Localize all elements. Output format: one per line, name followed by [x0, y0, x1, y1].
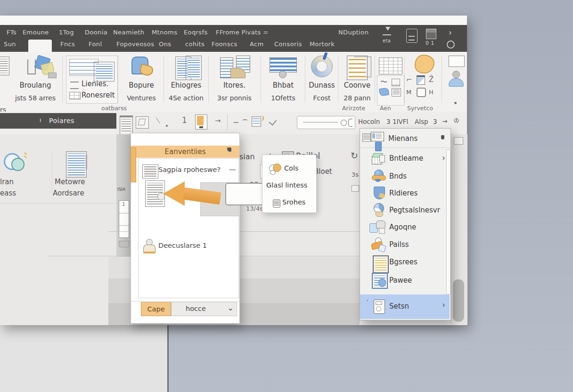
menu-item[interactable]: Doonia — [85, 29, 107, 36]
m-icon[interactable]: ᴍ — [406, 88, 411, 96]
menu-scrollbar[interactable] — [446, 149, 450, 294]
menu-item-bntleame[interactable]: Bntleame › — [360, 150, 450, 166]
check-icon[interactable] — [269, 117, 277, 125]
tooltip-item-3[interactable]: Srohes — [282, 198, 305, 206]
titlebar[interactable] — [0, 16, 467, 25]
popup-item-2[interactable]: Deecuslarse 1 — [158, 242, 207, 249]
z-icon[interactable]: Z̄ — [429, 75, 434, 84]
menu-item[interactable]: Fopoveosos — [116, 41, 154, 48]
left-item2-line2[interactable]: Aordsare — [53, 189, 84, 197]
layout-icon[interactable] — [392, 79, 400, 86]
frame-tool-icon[interactable] — [136, 116, 149, 129]
menu-item-agoqne[interactable]: Agoqne — [360, 219, 450, 235]
ribbon-group-coonve[interactable]: Coonve 28 pann — [340, 55, 374, 106]
list-small-icon[interactable] — [392, 88, 401, 97]
menu-item[interactable]: Acm — [250, 41, 264, 48]
scrollbar-page-icon[interactable] — [454, 137, 463, 145]
ribbon-group-bhbat[interactable]: Bhbat 1Ofetts — [263, 55, 303, 106]
refresh-icon[interactable]: ↻ — [351, 150, 358, 161]
status-token[interactable]: Hocoln — [358, 118, 380, 125]
menu-item-setsn[interactable]: ' Setsn › — [360, 294, 450, 319]
menu-item[interactable]: Fncs — [60, 41, 75, 48]
left-item2-line1[interactable]: Metowre — [55, 178, 85, 186]
menu-item[interactable]: Sun — [4, 41, 16, 48]
tooltip-item-2[interactable]: Glasl lintess — [266, 181, 307, 189]
scrollbar-thumb[interactable] — [453, 279, 464, 322]
b-icon[interactable]: ʜ — [429, 88, 434, 96]
menu-item-pawee[interactable]: Pawee — [360, 272, 450, 290]
clipped-doc-icon[interactable] — [0, 57, 9, 75]
ribbon-group-broulang[interactable]: Broulang jsts 58 arres — [9, 55, 61, 106]
left-item1-line1[interactable]: lran — [0, 178, 14, 186]
ribbon-group-lists[interactable]: Lienies. Ronesrelt — [66, 56, 118, 104]
orange-squiggle-icon[interactable] — [260, 115, 264, 121]
menu-item[interactable]: cohits — [185, 41, 205, 48]
menu-item-bnds[interactable]: Bnds — [360, 168, 450, 184]
pen-icon[interactable]: ⟍ — [155, 116, 161, 125]
status-token[interactable]: Alsp — [415, 118, 428, 125]
tooltip-item-1[interactable]: Cols — [284, 164, 299, 172]
menu-item-bgsrees[interactable]: Bgsrees — [360, 254, 450, 270]
page-blob — [378, 278, 386, 287]
mail-icon — [131, 57, 152, 76]
page-tool-icon[interactable] — [120, 115, 133, 135]
menu-item[interactable]: FTs — [7, 29, 16, 36]
clock-icon[interactable] — [447, 41, 455, 49]
search-input[interactable] — [297, 116, 355, 129]
monitor-icon[interactable] — [449, 56, 465, 67]
ribbon-group-aen[interactable]: 〜 — [377, 55, 403, 106]
stamp-icon[interactable] — [379, 88, 389, 97]
share-icon[interactable] — [3, 152, 28, 173]
download-arrow — [385, 27, 390, 31]
chevron-right-icon[interactable]: › — [449, 29, 452, 37]
note-doc-icon[interactable] — [66, 151, 87, 178]
menu-item-pailss[interactable]: Pailss — [360, 236, 450, 253]
menu-item[interactable]: FFrome Pivats = — [216, 29, 269, 36]
document-icon[interactable] — [406, 29, 417, 43]
menu-item[interactable]: 1Tog — [59, 29, 74, 36]
menu-item[interactable]: NDuption — [338, 29, 368, 36]
status-token[interactable]: 3 1IVFl — [386, 118, 408, 125]
person-body-icon[interactable] — [449, 78, 464, 87]
menu-item[interactable]: Ons — [159, 41, 171, 48]
menu-item[interactable]: Mtnoms — [152, 29, 177, 36]
active-tab-notch[interactable] — [28, 40, 52, 52]
popup-item-1[interactable]: Sagpia rpoheswe? — [158, 166, 221, 173]
window-icon[interactable] — [426, 29, 436, 39]
menu-item[interactable]: Eoqrsfs — [184, 29, 208, 36]
folders-bar[interactable]: ı Poiares — [0, 113, 116, 129]
crown-icon[interactable]: ♔ — [453, 116, 459, 125]
ribbon-group-syrvetco[interactable]: ⌐ Z̄ ᴍ ʜ — [406, 55, 440, 106]
strip-tab[interactable] — [119, 241, 129, 247]
popup-header[interactable]: Eanventiies — [131, 146, 239, 158]
glyph-icon[interactable]: ⌐ — [406, 75, 412, 84]
menu-item[interactable]: Neamieth — [113, 29, 145, 36]
ribbon-group-dunass[interactable]: Dunass Fcost — [306, 55, 337, 106]
strip-box[interactable]: 1 — [119, 200, 129, 238]
arrow-tool-icon[interactable]: → — [215, 116, 221, 125]
cape-button[interactable]: Cape — [141, 302, 171, 316]
square-icon[interactable] — [352, 185, 359, 192]
popup-header-icon[interactable] — [227, 147, 231, 152]
menu-item-rldieres[interactable]: Rldieres — [360, 185, 450, 201]
ribbon-group-bopure[interactable]: Bopure Ventures — [120, 55, 163, 106]
shape-icon[interactable] — [417, 75, 425, 85]
menu-item[interactable]: Emoune — [23, 29, 49, 36]
mini-doc-icon[interactable] — [252, 116, 261, 127]
menu-item-pegtsalslnesvr[interactable]: Pegtsalslnesvr — [360, 202, 450, 218]
rounded-square-icon[interactable] — [417, 88, 426, 97]
left-item1-line2[interactable]: eass — [0, 189, 16, 197]
popup-dropdown[interactable]: hocce ⌄ — [171, 302, 237, 316]
menu-item[interactable]: Mortork — [310, 41, 335, 48]
menu-item[interactable]: Consoris — [274, 41, 302, 48]
ribbon-group-ehiogres[interactable]: Ehiogres 4Se action — [165, 55, 207, 106]
squiggle-icon[interactable]: 〜 — [380, 78, 387, 87]
menu-item[interactable]: Foonscs — [212, 41, 237, 48]
arrow-right-icon[interactable]: → — [442, 117, 447, 125]
status-token[interactable]: 3 — [433, 118, 437, 125]
vertical-scrollbar[interactable] — [450, 134, 467, 325]
highlight-page-icon[interactable] — [195, 114, 207, 130]
download-icon[interactable] — [383, 28, 391, 35]
menu-item[interactable]: Fonl — [89, 41, 102, 48]
ribbon-group-itores[interactable]: Itores. 3sr ponnis — [210, 55, 259, 106]
